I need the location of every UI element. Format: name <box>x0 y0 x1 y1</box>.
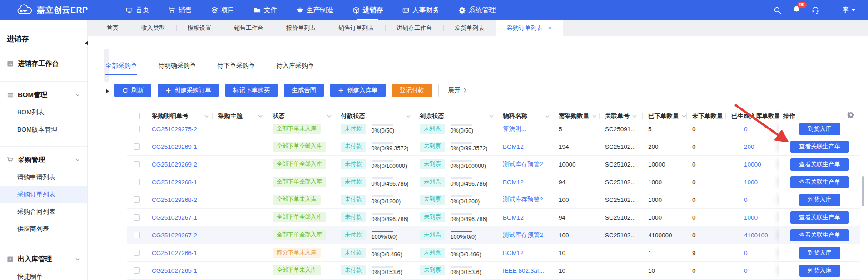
row-checkbox[interactable] <box>134 267 140 274</box>
column-header-related[interactable]: 关联单号 <box>600 109 643 123</box>
chevron-down-icon[interactable] <box>682 115 686 118</box>
cell-order-no-value[interactable]: CG251029269-1 <box>152 143 197 150</box>
tab-6[interactable]: 进销存工作台 <box>385 20 443 36</box>
tab-2[interactable]: 模板设置 <box>176 20 223 36</box>
tab-1[interactable]: 收入类型 <box>130 20 176 36</box>
row-checkbox[interactable] <box>134 214 140 221</box>
chevron-down-icon[interactable] <box>489 115 494 118</box>
nav-item-hr-finance[interactable]: 人事财务 <box>393 0 449 20</box>
sidebar-item[interactable]: BOM版本管理 <box>0 121 87 138</box>
cell-material-value[interactable]: BOM12 <box>503 143 524 150</box>
sidebar-item[interactable]: 采购订单列表 <box>0 186 87 203</box>
tab-0[interactable]: 首页 <box>95 20 130 36</box>
subtab-1[interactable]: 待明确采购单 <box>158 61 196 75</box>
tab-8[interactable]: 采购订单列表× <box>496 20 563 36</box>
filter-panel-expand-icon[interactable] <box>106 89 109 93</box>
sidebar-section-0[interactable]: BOM管理 <box>0 86 87 103</box>
row-checkbox[interactable] <box>134 179 140 185</box>
create-inbound-button[interactable]: 创建入库单 <box>330 84 386 97</box>
column-settings-gear-icon[interactable] <box>847 111 854 118</box>
cell-inbound-qty-value[interactable]: 0 <box>744 126 748 133</box>
headset-icon[interactable] <box>812 6 819 14</box>
cell-inbound-qty-value[interactable]: 4100100 <box>744 232 768 239</box>
column-header-payment[interactable]: 付款状态 <box>335 109 414 123</box>
nav-item-project[interactable]: 项目 <box>202 0 244 20</box>
chevron-down-icon[interactable] <box>258 115 263 118</box>
tab-close-icon[interactable]: × <box>548 25 552 31</box>
cell-material-value[interactable]: BOM12 <box>503 179 524 186</box>
subtab-3[interactable]: 待入库采购单 <box>276 61 314 75</box>
cell-order-no-value[interactable]: CG251029267-1 <box>152 214 197 221</box>
sidebar-section-1[interactable]: 采购管理 <box>0 151 87 168</box>
chevron-down-icon[interactable] <box>545 115 550 118</box>
column-header-status[interactable]: 状态 <box>266 109 335 123</box>
sidebar-item-workstation[interactable]: 进销存工作台 <box>0 54 87 73</box>
search-icon[interactable] <box>774 6 781 14</box>
tab-4[interactable]: 报价单列表 <box>275 20 327 36</box>
row-action-button[interactable]: 查看关联生产单 <box>790 141 849 153</box>
cell-inbound-qty-value[interactable]: 0 <box>744 267 748 274</box>
tab-3[interactable]: 销售工作台 <box>223 20 275 36</box>
cell-material-value[interactable]: IEEE 802.3af... <box>503 267 544 274</box>
cell-order-no-value[interactable]: CG251029268-1 <box>152 179 197 186</box>
row-checkbox[interactable] <box>134 196 140 203</box>
user-avatar[interactable]: 李 <box>843 6 855 14</box>
column-header-subject[interactable]: 采购主题 <box>213 109 266 123</box>
nav-item-manufacture[interactable]: 生产制造 <box>287 0 343 20</box>
cell-material-value[interactable]: BOM12 <box>503 214 524 221</box>
chevron-down-icon[interactable] <box>204 115 209 118</box>
row-checkbox[interactable] <box>134 250 140 256</box>
cell-inbound-qty-value[interactable]: 0 <box>744 196 748 203</box>
cell-material-value[interactable]: 算法明... <box>503 125 526 133</box>
row-checkbox[interactable] <box>134 143 140 150</box>
column-header-order[interactable]: 采购明细单号 <box>146 109 213 123</box>
sidebar-item[interactable]: BOM列表 <box>0 103 87 121</box>
expand-button[interactable]: 展开 <box>438 84 476 97</box>
row-action-button[interactable]: 查看关联生产单 <box>790 176 849 188</box>
tab-7[interactable]: 发货单列表 <box>443 20 496 36</box>
nav-item-home[interactable]: 首页 <box>116 0 159 20</box>
nav-item-inventory[interactable]: 进销存 <box>343 0 393 20</box>
chevron-down-icon[interactable] <box>327 115 332 118</box>
column-header-ordered[interactable]: 已下单数量 <box>643 109 687 123</box>
column-header-invoice[interactable]: 到票状态 <box>414 109 497 123</box>
row-checkbox[interactable] <box>134 161 140 167</box>
subtab-2[interactable]: 待下单采购单 <box>217 61 255 75</box>
column-header-pending[interactable]: 未下单数量 <box>687 109 726 123</box>
subtab-0[interactable]: 全部采购单 <box>105 61 137 75</box>
cell-order-no-value[interactable]: CG251029275-2 <box>152 126 197 133</box>
tab-5[interactable]: 销售订单列表 <box>327 20 385 36</box>
row-checkbox[interactable] <box>134 126 140 132</box>
cell-inbound-qty-value[interactable]: 1000 <box>744 179 758 186</box>
cell-inbound-qty-value[interactable]: 1000 <box>744 214 758 221</box>
nav-item-system[interactable]: 系统管理 <box>449 0 506 20</box>
register-payment-button[interactable]: 登记付款 <box>392 84 432 97</box>
sidebar-item[interactable]: 供应商列表 <box>0 220 87 237</box>
mark-ordered-button[interactable]: 标记下单购买 <box>225 84 278 97</box>
cell-order-no-value[interactable]: CG251027266-1 <box>152 250 197 256</box>
sidebar-item[interactable]: 快捷制单 <box>0 268 87 280</box>
row-action-button[interactable]: 到货入库 <box>799 123 840 135</box>
cell-order-no-value[interactable]: CG251029267-2 <box>152 232 197 239</box>
column-header-material[interactable]: 物料名称 <box>497 109 553 123</box>
select-all-checkbox[interactable] <box>134 113 140 119</box>
chevron-down-icon[interactable] <box>632 115 637 118</box>
cell-order-no-value[interactable]: CG251029268-2 <box>152 196 197 203</box>
chevron-down-icon[interactable] <box>406 115 411 118</box>
row-action-button[interactable]: 查看关联生产单 <box>790 158 849 171</box>
row-action-button[interactable]: 到货入库 <box>799 265 840 277</box>
row-action-button[interactable]: 查看关联生产单 <box>790 211 849 224</box>
cell-material-value[interactable]: 测试库存预警2 <box>503 231 543 239</box>
row-action-button[interactable]: 到货入库 <box>799 194 840 206</box>
cell-order-no-value[interactable]: CG251029269-2 <box>152 161 197 168</box>
notifications-button[interactable]: 99 <box>793 5 800 15</box>
sidebar-section-2[interactable]: 出入库管理 <box>0 251 87 268</box>
sidebar-collapse-icon[interactable] <box>85 41 88 45</box>
cell-material-value[interactable]: 测试库存预警2 <box>503 160 543 168</box>
cell-inbound-qty-value[interactable]: 10000 <box>744 161 761 168</box>
chevron-down-icon[interactable] <box>592 115 597 118</box>
create-po-button[interactable]: 创建采购订单 <box>158 84 219 97</box>
column-header-need[interactable]: 需采购数量 <box>553 109 600 123</box>
gen-contract-button[interactable]: 生成合同 <box>284 84 324 97</box>
nav-item-file[interactable]: 文件 <box>244 0 287 20</box>
